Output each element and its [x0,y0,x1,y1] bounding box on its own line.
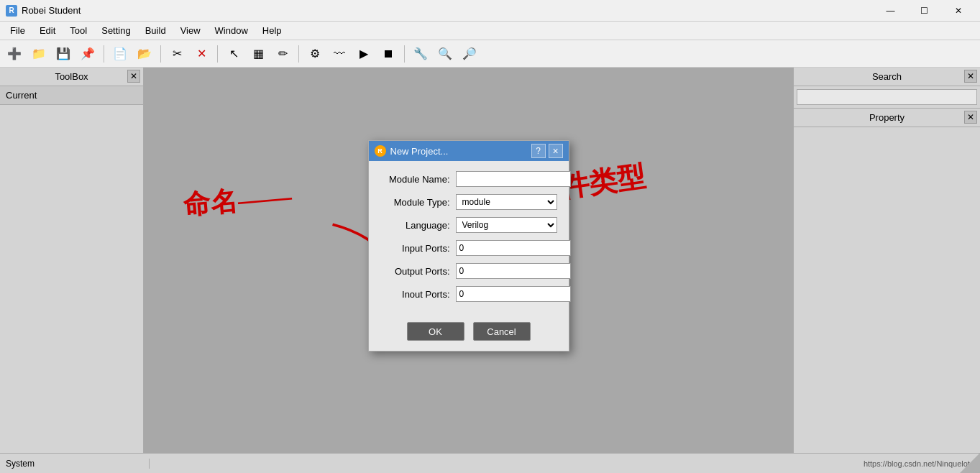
output-ports-label: Output Ports: [380,266,456,277]
minimize-button[interactable]: — [874,0,907,22]
input-ports-input[interactable] [456,240,571,256]
dialog-body: Module Name: Module Type: module testben… [369,161,569,319]
menu-build[interactable]: Build [138,23,173,38]
delete-button[interactable]: ✕ [190,43,213,65]
status-system-label: System [6,459,150,469]
ok-button[interactable]: OK [407,322,464,341]
main-layout: ToolBox ✕ Current 命名—— 文件类型 [0,68,980,453]
status-bar: System https://blog.csdn.net/Ninquelote [0,453,980,473]
property-close-button[interactable]: ✕ [964,111,977,124]
dialog-close-button[interactable]: × [549,144,563,158]
toolbox-current-label: Current [6,90,37,101]
language-row: Language: Verilog VHDL [380,217,557,233]
toolbar-sep-1 [104,45,104,63]
toolbar-sep-5 [404,45,405,63]
module-name-label: Module Name: [380,174,456,185]
language-label: Language: [380,220,456,231]
menu-file[interactable]: File [3,23,32,38]
new-project-dialog: R New Project... ? × Module Name: Module… [368,140,569,352]
output-ports-input[interactable] [456,263,571,279]
output-ports-row: Output Ports: [380,263,557,279]
toolbox-title: ToolBox [55,71,88,82]
search-input[interactable] [797,89,977,105]
menu-help[interactable]: Help [255,23,289,38]
run-button[interactable]: ▶ [352,43,375,65]
menu-bar: File Edit Tool Setting Build View Window… [0,22,980,40]
search-title: Search [872,71,902,82]
zoom-in-button[interactable]: 🔍 [434,43,457,65]
close-button[interactable]: ✕ [942,0,974,22]
simulate-button[interactable]: ⚙ [303,43,326,65]
save-button[interactable]: 💾 [52,43,75,65]
dialog-help-button[interactable]: ? [531,144,546,158]
menu-setting[interactable]: Setting [94,23,137,38]
window-controls: — ☐ ✕ [874,0,974,22]
component-button[interactable]: ▦ [247,43,270,65]
canvas-area[interactable]: 命名—— 文件类型 R [144,68,793,453]
title-bar: R Robei Student — ☐ ✕ [0,0,980,22]
module-type-row: Module Type: module testbench [380,194,557,210]
open-file-button[interactable]: 📂 [133,43,156,65]
search-header: Search ✕ [794,68,980,86]
save-as-button[interactable]: 📌 [76,43,99,65]
status-url: https://blog.csdn.net/Ninquelote [150,459,974,468]
menu-edit[interactable]: Edit [32,23,63,38]
dialog-overlay: R New Project... ? × Module Name: Module… [144,68,793,453]
dialog-titlebar: R New Project... ? × [369,141,569,161]
menu-view[interactable]: View [173,23,208,38]
menu-window[interactable]: Window [208,23,255,38]
toolbar-sep-3 [217,45,218,63]
cut-button[interactable]: ✂ [165,43,188,65]
module-type-label: Module Type: [380,197,456,208]
zoom-out-button[interactable]: 🔎 [458,43,481,65]
language-select[interactable]: Verilog VHDL [456,217,557,233]
toolbar: ➕ 📁 💾 📌 📄 📂 ✂ ✕ ↖ ▦ ✏ ⚙ 〰 ▶ ⏹ 🔧 🔍 🔎 [0,40,980,68]
svg-text:命名——: 命名—— [182,181,293,220]
toolbar-sep-4 [298,45,299,63]
maximize-button[interactable]: ☐ [908,0,940,22]
toolbox-close-button[interactable]: ✕ [127,70,140,83]
inout-ports-input[interactable] [456,286,571,302]
toolbox-current-section: Current [0,86,143,105]
cancel-button[interactable]: Cancel [473,322,531,341]
new-button[interactable]: ➕ [3,43,26,65]
zoom-fit-button[interactable]: 🔧 [409,43,432,65]
toolbar-sep-2 [160,45,161,63]
app-icon: R [6,5,17,17]
stop-button[interactable]: ⏹ [377,43,400,65]
corner-triangle [960,453,980,473]
property-title: Property [869,112,905,123]
inout-ports-label: Inout Ports: [380,289,456,300]
dialog-icon: R [375,145,386,157]
right-panel: Search ✕ Property ✕ [793,68,980,453]
dialog-title: New Project... [390,146,531,157]
property-header: Property ✕ [794,109,980,127]
module-name-input[interactable] [456,171,571,187]
search-panel: Search ✕ [794,68,980,109]
toolbox-panel: ToolBox ✕ Current [0,68,144,453]
app-title: Robei Student [22,5,874,16]
pointer-button[interactable]: ↖ [222,43,245,65]
inout-ports-row: Inout Ports: [380,286,557,302]
new-file-button[interactable]: 📄 [109,43,132,65]
open-folder-button[interactable]: 📁 [27,43,50,65]
wire-button[interactable]: ✏ [271,43,294,65]
input-ports-row: Input Ports: [380,240,557,256]
dialog-footer: OK Cancel [369,319,569,351]
module-name-row: Module Name: [380,171,557,187]
search-close-button[interactable]: ✕ [964,70,977,83]
wave-button[interactable]: 〰 [328,43,351,65]
input-ports-label: Input Ports: [380,243,456,254]
toolbox-header: ToolBox ✕ [0,68,143,86]
menu-tool[interactable]: Tool [63,23,94,38]
module-type-select[interactable]: module testbench [456,194,557,210]
